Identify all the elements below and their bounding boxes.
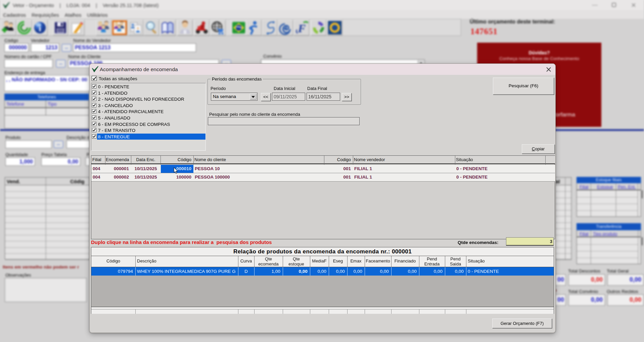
svg-text:i: i — [39, 23, 41, 33]
svg-text:F: F — [297, 22, 306, 35]
